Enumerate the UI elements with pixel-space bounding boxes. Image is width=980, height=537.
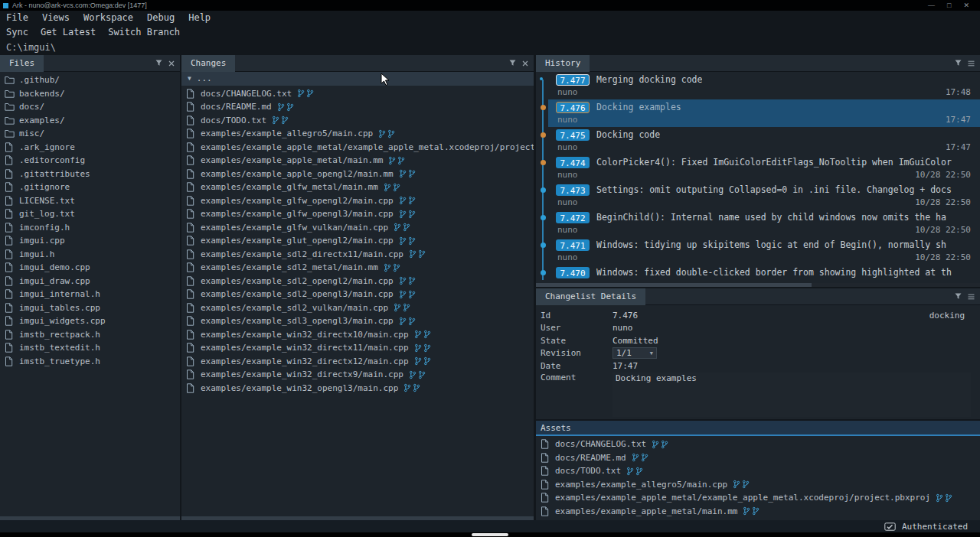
filter-icon[interactable] — [155, 60, 162, 67]
changed-file-row[interactable]: examples/example_glfw_opengl2/main.cpp — [181, 194, 534, 208]
file-tree-item[interactable]: LICENSE.txt — [0, 194, 180, 208]
changed-file-row[interactable]: examples/example_allegro5/main.cpp — [181, 127, 534, 141]
menu-item-workspace[interactable]: Workspace — [83, 12, 133, 23]
file-tree-item[interactable]: .ark_ignore — [0, 141, 180, 155]
history-commit-row[interactable]: 7.477 Merging docking code nuno 17:48 — [536, 72, 980, 99]
menu-item-help[interactable]: Help — [188, 12, 211, 23]
filter-icon[interactable] — [955, 293, 962, 300]
history-commit-row[interactable]: 7.470 Windows: fixed double-clicked bord… — [536, 265, 980, 283]
asset-row[interactable]: examples/example_apple_metal/example_app… — [536, 491, 980, 505]
changed-file-row[interactable]: docs/CHANGELOG.txt — [181, 87, 534, 101]
asset-row[interactable]: examples/example_allegro5/main.cpp — [536, 478, 980, 492]
changed-file-row[interactable]: examples/example_win32_opengl3/main.cpp — [181, 382, 534, 395]
history-commit-row[interactable]: 7.471 Windows: tidying up skipitems logi… — [536, 237, 980, 265]
close-panel-icon[interactable] — [522, 60, 528, 67]
details-tab[interactable]: Changelist Details — [536, 288, 645, 305]
changed-file-row[interactable]: examples/example_win32_directx12/main.cp… — [181, 355, 534, 369]
changed-file-row[interactable]: examples/example_win32_directx9/main.cpp — [181, 368, 534, 382]
menu-item-views[interactable]: Views — [42, 12, 70, 23]
branch-icon — [936, 493, 943, 503]
scrollbar-thumb[interactable] — [536, 283, 812, 287]
revision-dropdown[interactable]: 1/1 ▼ — [612, 347, 657, 359]
file-tree-item[interactable]: imstb_truetype.h — [0, 355, 180, 369]
changed-file-row[interactable]: examples/example_sdl3_opengl3/main.cpp — [181, 314, 534, 328]
menu-icon[interactable] — [968, 60, 975, 67]
file-tree-item[interactable]: .gitignore — [0, 181, 180, 194]
file-path: examples/example_sdl2_opengl3/main.cpp — [201, 289, 394, 299]
file-tree-item[interactable]: imconfig.h — [0, 221, 180, 235]
maximize-button[interactable]: □ — [947, 0, 951, 11]
files-tab[interactable]: Files — [0, 55, 44, 72]
menu-icon[interactable] — [968, 294, 975, 300]
file-icon — [5, 155, 15, 165]
history-commit-row[interactable]: 7.472 BeginChild(): Internal name used b… — [536, 210, 980, 237]
file-tree-item[interactable]: imgui_internal.h — [0, 288, 180, 301]
file-tree-item[interactable]: imgui_widgets.cpp — [0, 314, 180, 328]
asset-row[interactable]: docs/README.md — [536, 451, 980, 465]
changed-file-row[interactable]: examples/example_apple_metal/example_app… — [181, 141, 534, 155]
file-tree-item[interactable]: imgui_demo.cpp — [0, 261, 180, 275]
history-commit-row[interactable]: 7.476 Docking examples nuno 17:47 — [536, 99, 980, 127]
asset-row[interactable]: docs/TODO.txt — [536, 464, 980, 478]
file-tree-item[interactable]: imgui.cpp — [0, 234, 180, 248]
changed-file-row[interactable]: docs/TODO.txt — [181, 114, 534, 128]
file-tree-item[interactable]: git_log.txt — [0, 207, 180, 221]
file-icon — [5, 142, 15, 152]
changed-file-row[interactable]: examples/example_glut_opengl2/main.cpp — [181, 234, 534, 248]
file-tree-item[interactable]: imgui_tables.cpp — [0, 301, 180, 315]
branch-icon — [652, 440, 659, 449]
history-tab[interactable]: History — [536, 55, 590, 72]
toolbar-button-sync[interactable]: Sync — [6, 27, 28, 37]
menu-item-file[interactable]: File — [6, 12, 28, 23]
changed-file-row[interactable]: examples/example_sdl2_metal/main.mm — [181, 261, 534, 275]
file-icon — [541, 439, 551, 449]
asset-row[interactable]: examples/example_apple_metal/main.mm — [536, 505, 980, 519]
file-tree-item[interactable]: .gitattributes — [0, 168, 180, 181]
change-status-icons — [409, 370, 426, 379]
changed-file-row[interactable]: examples/example_sdl2_directx11/main.cpp — [181, 248, 534, 262]
history-horizontal-scrollbar[interactable] — [536, 283, 980, 287]
changes-root-row[interactable]: ▼ ... — [181, 72, 534, 86]
scrubber-handle[interactable] — [472, 533, 508, 536]
minimize-button[interactable]: — — [928, 0, 935, 11]
menu-item-debug[interactable]: Debug — [147, 12, 175, 23]
toolbar-button-switch-branch[interactable]: Switch Branch — [108, 27, 180, 37]
filter-icon[interactable] — [509, 60, 516, 67]
file-icon — [186, 129, 197, 138]
changed-file-row[interactable]: examples/example_sdl2_opengl3/main.cpp — [181, 288, 534, 301]
asset-row[interactable]: docs/CHANGELOG.txt — [536, 438, 980, 451]
file-tree-item[interactable]: imstb_textedit.h — [0, 341, 180, 355]
comment-value[interactable]: Docking examples — [612, 373, 971, 417]
changed-file-row[interactable]: examples/example_apple_opengl2/main.mm — [181, 168, 534, 181]
file-tree-item[interactable]: imgui_draw.cpp — [0, 275, 180, 288]
file-tree-item[interactable]: backends/ — [0, 87, 180, 101]
file-icon — [186, 182, 197, 192]
changed-file-row[interactable]: examples/example_glfw_vulkan/main.cpp — [181, 221, 534, 235]
changed-file-row[interactable]: examples/example_win32_directx11/main.cp… — [181, 341, 534, 355]
close-panel-icon[interactable] — [168, 60, 175, 67]
history-commit-row[interactable]: 7.475 Docking code nuno 17:47 — [536, 127, 980, 155]
changed-file-row[interactable]: examples/example_apple_metal/main.mm — [181, 154, 534, 168]
changed-file-row[interactable]: docs/README.md — [181, 100, 534, 114]
changed-file-row[interactable]: examples/example_glfw_opengl3/main.cpp — [181, 207, 534, 221]
file-tree-item[interactable]: .github/ — [0, 73, 180, 87]
file-tree-item[interactable]: imgui.h — [0, 248, 180, 262]
history-commit-row[interactable]: 7.473 Settings: omit outputing Collapsed… — [536, 182, 980, 210]
changed-file-row[interactable]: examples/example_sdl2_opengl2/main.cpp — [181, 275, 534, 288]
file-tree-item[interactable]: misc/ — [0, 127, 180, 141]
file-tree-item[interactable]: .editorconfig — [0, 154, 180, 168]
changes-tab[interactable]: Changes — [181, 55, 235, 72]
changed-file-row[interactable]: examples/example_glfw_metal/main.mm — [181, 181, 534, 194]
file-tree-item[interactable]: imstb_rectpack.h — [0, 328, 180, 342]
changed-file-row[interactable]: examples/example_sdl2_vulkan/main.cpp — [181, 301, 534, 315]
filter-icon[interactable] — [955, 60, 962, 67]
changed-file-row[interactable]: examples/example_win32_directx10/main.cp… — [181, 328, 534, 342]
file-icon — [5, 262, 15, 272]
close-button[interactable]: ✕ — [963, 0, 969, 11]
toolbar-button-get-latest[interactable]: Get Latest — [41, 27, 96, 37]
history-commit-row[interactable]: 7.474 ColorPicker4(): Fixed ImGuiColorEd… — [536, 155, 980, 182]
chevron-down-icon[interactable]: ▼ — [188, 75, 191, 82]
file-tree-item[interactable]: docs/ — [0, 100, 180, 114]
commit-time: 10/28 22:50 — [915, 252, 980, 262]
file-tree-item[interactable]: examples/ — [0, 114, 180, 128]
